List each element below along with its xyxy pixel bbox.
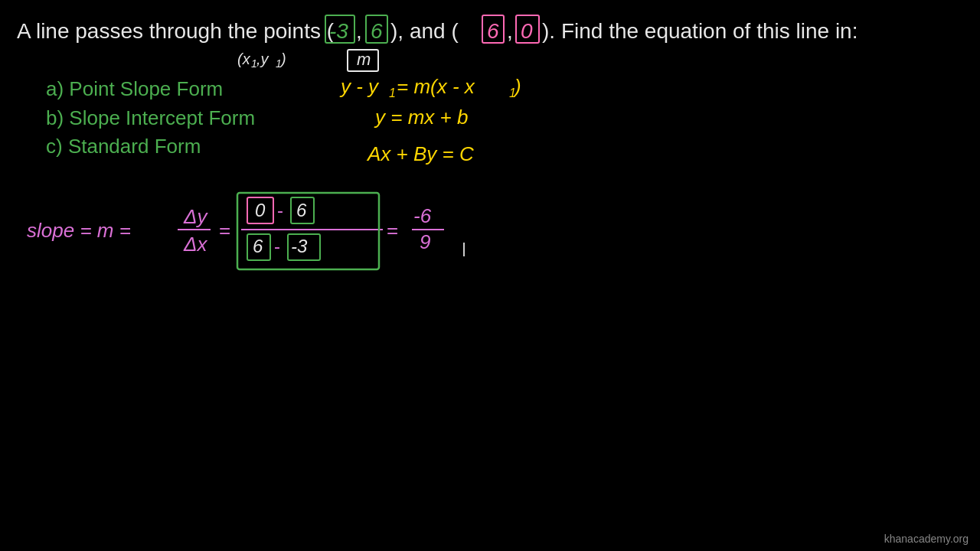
comma1: , bbox=[356, 19, 362, 43]
formula-slope-intercept: y = mx + b bbox=[374, 106, 468, 129]
minus-den: - bbox=[274, 236, 280, 256]
equals2: = bbox=[387, 219, 398, 242]
main-drawing: A line passes through the points ( -3 , … bbox=[0, 0, 980, 551]
den-minus3: -3 bbox=[291, 236, 308, 256]
den-6: 6 bbox=[253, 236, 263, 256]
cursor bbox=[463, 243, 465, 256]
delta-x: Δx bbox=[183, 233, 207, 256]
formula-ps-rest: = m(x - x bbox=[397, 75, 475, 98]
slope-label: slope = m = bbox=[27, 219, 131, 242]
form-a-label: a) Point Slope Form bbox=[46, 77, 223, 100]
form-c-label: c) Standard Form bbox=[46, 135, 201, 158]
question-prefix: A line passes through the points ( bbox=[17, 19, 335, 43]
question-suffix: ). Find the equation of this line in: bbox=[542, 19, 858, 43]
xy-comma: ,y bbox=[256, 51, 270, 67]
equals1: = bbox=[219, 219, 230, 242]
comma2: , bbox=[507, 19, 513, 43]
m-label: m bbox=[357, 50, 371, 69]
point2-x: 6 bbox=[487, 19, 499, 43]
num-0: 0 bbox=[255, 200, 266, 220]
formula-standard: Ax + By = C bbox=[366, 142, 474, 165]
formula-point-slope: y - y bbox=[339, 75, 380, 98]
question-middle: ), and ( bbox=[390, 19, 459, 43]
delta-y: Δy bbox=[183, 205, 208, 228]
form-b-label: b) Slope Intercept Form bbox=[46, 106, 255, 129]
point2-y: 0 bbox=[521, 19, 533, 43]
result-top: -6 bbox=[413, 204, 432, 227]
xy-close: ) bbox=[279, 51, 286, 67]
point1-x: -3 bbox=[329, 19, 348, 43]
num-6: 6 bbox=[296, 200, 307, 220]
point1-y: 6 bbox=[371, 19, 383, 43]
result-bottom: 9 bbox=[420, 230, 430, 253]
formula-subscript1: 1 bbox=[389, 86, 396, 99]
xy-small-label: (x bbox=[237, 51, 251, 67]
canvas: A line passes through the points ( -3 , … bbox=[0, 0, 980, 551]
branding-label: khanacademy.org bbox=[884, 533, 969, 545]
minus-num: - bbox=[277, 200, 283, 220]
branding: khanacademy.org bbox=[884, 533, 969, 545]
